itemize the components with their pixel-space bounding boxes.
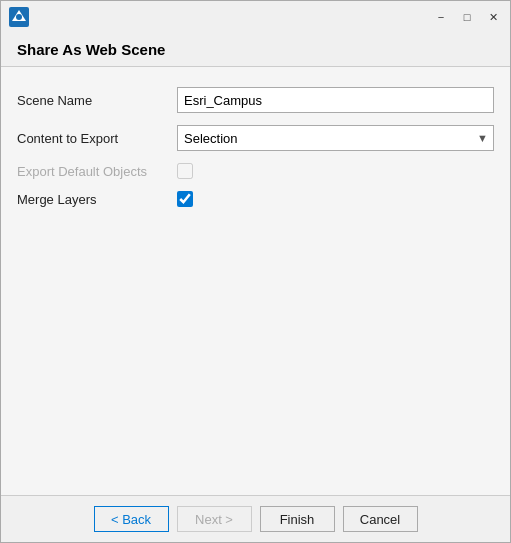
cancel-button[interactable]: Cancel xyxy=(343,506,418,532)
export-default-objects-label: Export Default Objects xyxy=(17,164,177,179)
title-bar-controls: − □ ✕ xyxy=(432,8,502,26)
dialog-title: Share As Web Scene xyxy=(17,41,165,58)
close-button[interactable]: ✕ xyxy=(484,8,502,26)
merge-layers-checkbox[interactable] xyxy=(177,191,193,207)
title-bar: − □ ✕ xyxy=(1,1,510,33)
content-to-export-select[interactable]: Selection All xyxy=(177,125,494,151)
dialog-footer: < Back Next > Finish Cancel xyxy=(1,495,510,542)
scene-name-input[interactable] xyxy=(177,87,494,113)
merge-layers-label: Merge Layers xyxy=(17,192,177,207)
scene-name-row: Scene Name xyxy=(17,87,494,113)
minimize-button[interactable]: − xyxy=(432,8,450,26)
main-window: − □ ✕ Share As Web Scene Scene Name Cont… xyxy=(0,0,511,543)
title-bar-left xyxy=(9,7,29,27)
content-to-export-label: Content to Export xyxy=(17,131,177,146)
content-to-export-wrapper: Selection All ▼ xyxy=(177,125,494,151)
merge-layers-row: Merge Layers xyxy=(17,191,494,207)
scene-name-label: Scene Name xyxy=(17,93,177,108)
export-default-objects-row: Export Default Objects xyxy=(17,163,494,179)
maximize-button[interactable]: □ xyxy=(458,8,476,26)
dialog-header: Share As Web Scene xyxy=(1,33,510,67)
content-to-export-row: Content to Export Selection All ▼ xyxy=(17,125,494,151)
dialog-content: Scene Name Content to Export Selection A… xyxy=(1,67,510,495)
export-default-objects-checkbox-wrapper xyxy=(177,163,193,179)
merge-layers-checkbox-wrapper xyxy=(177,191,193,207)
finish-button[interactable]: Finish xyxy=(260,506,335,532)
export-default-objects-checkbox[interactable] xyxy=(177,163,193,179)
svg-point-2 xyxy=(16,14,22,20)
next-button[interactable]: Next > xyxy=(177,506,252,532)
back-button[interactable]: < Back xyxy=(94,506,169,532)
app-icon xyxy=(9,7,29,27)
